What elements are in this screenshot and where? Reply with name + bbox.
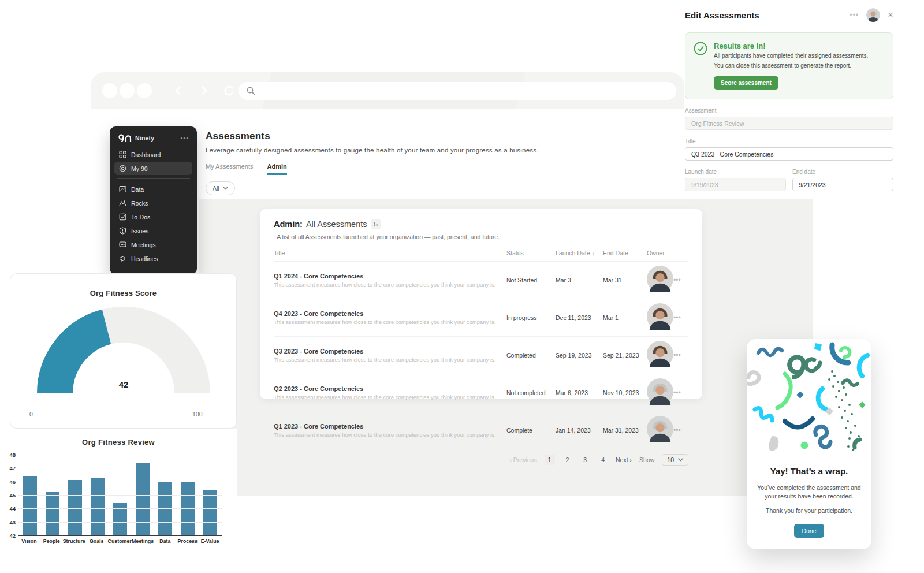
edit-panel-header: Edit Assessments ••• ✕ — [685, 8, 893, 22]
sidebar-item-label: Meetings — [131, 241, 156, 248]
assessment-field[interactable] — [685, 117, 893, 130]
results-banner: Results are in! All participants have co… — [685, 32, 893, 99]
end-date-field[interactable] — [792, 178, 893, 191]
sidebar-item-my-90[interactable]: My 90 — [114, 162, 192, 175]
sidebar-item-issues[interactable]: Issues — [114, 224, 192, 237]
avatar[interactable] — [647, 322, 673, 332]
tab-admin[interactable]: Admin — [267, 163, 287, 175]
org-fitness-review-card: Org Fitness Review 42434445464748 Vision… — [0, 429, 237, 564]
sidebar-menu-icon[interactable]: ••• — [180, 135, 189, 142]
browser-search-bar[interactable] — [239, 82, 676, 100]
row-menu-icon[interactable]: ••• — [673, 426, 688, 434]
y-axis-tick-label: 45 — [3, 492, 16, 498]
ellipsis-icon[interactable]: ••• — [850, 11, 859, 19]
done-button[interactable]: Done — [794, 524, 824, 538]
title-field-label: Title — [685, 138, 893, 144]
sidebar-item-data[interactable]: Data — [114, 183, 192, 196]
gridline — [18, 482, 222, 482]
assessment-title-cell: Q1 2024 - Core CompetenciesThis assessme… — [274, 273, 506, 288]
user-avatar[interactable] — [866, 8, 880, 22]
gauge-title: Org Fitness Score — [10, 289, 236, 297]
row-menu-icon[interactable]: ••• — [673, 276, 688, 284]
sidebar-item-meetings[interactable]: Meetings — [114, 238, 192, 251]
table-row[interactable]: Q4 2023 - Core CompetenciesThis assessme… — [274, 299, 688, 337]
page-size-select[interactable]: 10 — [662, 454, 688, 466]
table-row[interactable]: Q1 2023 - Core CompetenciesThis assessme… — [274, 412, 688, 449]
gridline — [18, 495, 222, 496]
assessment-description: This assessment measures how close to th… — [274, 319, 506, 325]
results-banner-line1: All participants have completed their as… — [714, 52, 868, 60]
next-page-button[interactable]: Next › — [616, 456, 632, 463]
window-button-icon[interactable] — [102, 83, 117, 98]
avatar[interactable] — [647, 397, 673, 407]
x-axis-label-vision: Vision — [18, 538, 40, 544]
chevron-down-icon — [223, 187, 228, 190]
count-badge: 5 — [371, 219, 381, 229]
sidebar-item-headlines[interactable]: Headlines — [114, 252, 192, 265]
gridline — [18, 455, 222, 455]
sidebar-item-rocks[interactable]: Rocks — [114, 196, 192, 210]
x-axis-label-process: Process — [176, 538, 199, 544]
sidebar-item-label: My 90 — [131, 165, 148, 172]
row-menu-icon[interactable]: ••• — [673, 389, 688, 397]
sidebar-item-to-dos[interactable]: To-Dos — [114, 210, 192, 224]
sidebar-divider — [117, 178, 190, 179]
assessment-description: This assessment measures how close to th… — [274, 281, 506, 288]
completion-body: You’ve completed the assessment and your… — [747, 483, 871, 501]
page-number-2[interactable]: 2 — [562, 455, 573, 465]
avatar[interactable] — [647, 359, 673, 369]
page-number-1[interactable]: 1 — [545, 455, 555, 465]
previous-page-button[interactable]: ‹ Previous — [509, 456, 536, 463]
table-heading: Admin: All Assessments 5 — [274, 219, 688, 229]
end-date-label: End date — [792, 169, 893, 175]
close-icon[interactable]: ✕ — [888, 11, 893, 19]
sidebar-item-dashboard[interactable]: Dashboard — [114, 148, 192, 161]
table-body: Q1 2024 - Core CompetenciesThis assessme… — [274, 262, 688, 449]
tab-my-assessments[interactable]: My Assessments — [206, 163, 254, 175]
filter-dropdown[interactable]: All — [206, 181, 235, 195]
status-cell: Completed — [506, 352, 556, 359]
column-header-status[interactable]: Status — [506, 250, 556, 256]
column-header-end-date[interactable]: End Date — [603, 250, 647, 256]
column-header-owner[interactable]: Owner — [647, 250, 673, 256]
table-row[interactable]: Q1 2024 - Core CompetenciesThis assessme… — [274, 262, 688, 299]
table-row[interactable]: Q2 2023 - Core CompetenciesThis assessme… — [274, 374, 688, 412]
window-button-icon[interactable] — [120, 83, 135, 98]
avatar[interactable] — [647, 284, 673, 294]
results-banner-line2: You can close this assessment to generat… — [714, 62, 868, 70]
completion-card: Yay! That’s a wrap. You’ve completed the… — [747, 339, 871, 549]
x-axis-label-goals: Goals — [85, 538, 108, 544]
search-icon — [246, 86, 256, 96]
gridline — [18, 508, 222, 509]
column-header-launch-date[interactable]: Launch Date ↓ — [556, 250, 603, 256]
launch-date-field[interactable] — [685, 178, 786, 191]
table-description: : A list of all Assessments launched at … — [274, 233, 688, 240]
gridline — [18, 468, 222, 468]
chevron-down-icon — [678, 458, 683, 462]
status-cell: In progress — [506, 314, 556, 321]
chart-icon — [119, 185, 126, 193]
row-menu-icon[interactable]: ••• — [673, 314, 688, 322]
check-circle-icon — [694, 42, 707, 55]
title-field[interactable] — [685, 147, 893, 161]
y-axis-tick-label: 47 — [3, 465, 16, 471]
table-row[interactable]: Q3 2023 - Core CompetenciesThis assessme… — [274, 337, 688, 374]
window-button-icon[interactable] — [137, 83, 152, 98]
row-menu-icon[interactable]: ••• — [673, 351, 688, 359]
status-cell: Not completed — [506, 389, 556, 396]
forward-icon[interactable] — [198, 85, 210, 96]
assessment-title-cell: Q2 2023 - Core CompetenciesThis assessme… — [274, 385, 506, 400]
confetti-art — [747, 339, 871, 455]
avatar[interactable] — [647, 434, 673, 444]
owner-cell — [647, 378, 673, 407]
page-header: Assessments Leverage carefully designed … — [206, 131, 679, 195]
back-icon[interactable] — [173, 85, 184, 96]
owner-cell — [647, 266, 673, 295]
page-number-4[interactable]: 4 — [598, 455, 608, 465]
target-icon — [119, 165, 126, 172]
page-number-3[interactable]: 3 — [580, 455, 590, 465]
score-assessment-button[interactable]: Score assessment — [714, 76, 778, 90]
sidebar-item-label: To-Dos — [131, 214, 150, 221]
column-header-title[interactable]: Title — [274, 250, 506, 256]
refresh-icon[interactable] — [223, 85, 235, 96]
